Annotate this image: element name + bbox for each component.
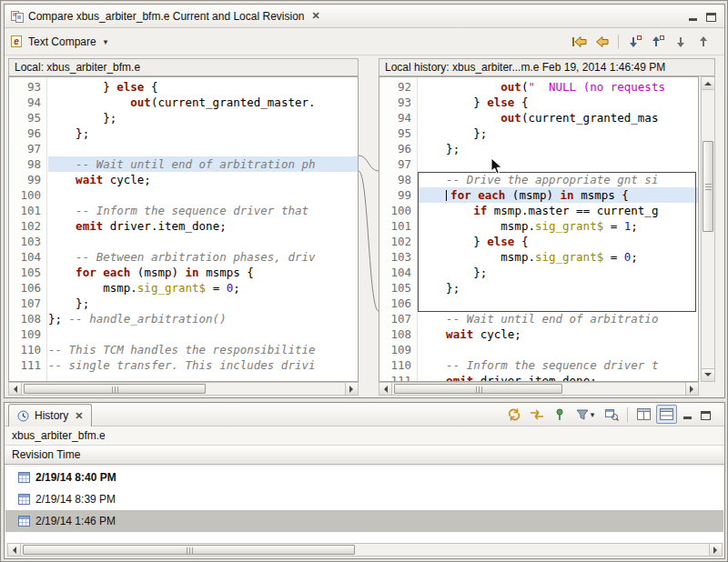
previous-difference-button[interactable]	[647, 32, 668, 51]
code-line[interactable]: } else {	[419, 234, 698, 249]
code-line[interactable]: msmp.sig_grant$ = 0;	[419, 249, 698, 265]
code-line[interactable]: wait cycle;	[419, 326, 698, 342]
code-line[interactable]: -- This TCM handles the responsibilitie	[48, 342, 358, 357]
scroll-right-button[interactable]	[709, 544, 722, 556]
chevron-down-icon[interactable]: ▾	[591, 410, 595, 419]
line-number: 110	[9, 342, 41, 357]
next-difference-button[interactable]	[624, 32, 645, 51]
code-line[interactable]	[419, 342, 698, 357]
code-line[interactable]: wait cycle;	[48, 172, 358, 187]
code-line[interactable]	[419, 156, 698, 172]
scrollbar-thumb[interactable]	[703, 141, 713, 232]
minimize-button[interactable]	[679, 407, 695, 422]
line-number: 111	[9, 357, 41, 373]
history-tab-bar: History ✕ ▾	[5, 403, 724, 427]
code-line[interactable]: };	[48, 110, 358, 125]
scroll-up-button[interactable]	[702, 77, 714, 90]
copy-all-right-to-left-button[interactable]	[569, 32, 590, 51]
compare-editor-view: Compare xbus_arbiter_bfm.e Current and L…	[4, 4, 725, 398]
code-line[interactable]: out(" NULL (no requests	[419, 79, 698, 95]
left-horizontal-scrollbar[interactable]	[8, 382, 359, 396]
column-header-revision-time[interactable]: Revision Time	[5, 446, 724, 465]
code-line[interactable]: };	[419, 125, 698, 141]
revision-row[interactable]: 2/19/14 8:40 PM	[5, 467, 723, 488]
scrollbar-thumb[interactable]	[24, 384, 206, 394]
line-number: 93	[9, 79, 41, 95]
right-horizontal-scrollbar[interactable]	[379, 382, 699, 396]
previous-change-button[interactable]	[693, 32, 713, 51]
scrollbar-thumb[interactable]	[23, 545, 355, 555]
code-line[interactable]	[48, 326, 358, 342]
compare-tab-bar: Compare xbus_arbiter_bfm.e Current and L…	[5, 5, 724, 28]
code-line[interactable]: };	[419, 141, 698, 156]
line-number: 103	[9, 234, 41, 249]
code-line[interactable]	[419, 296, 698, 311]
maximize-button[interactable]	[703, 9, 719, 24]
scroll-left-button[interactable]	[8, 544, 21, 556]
pin-view-button[interactable]	[549, 405, 570, 424]
revision-row[interactable]: 2/19/14 8:39 PM	[5, 488, 723, 510]
code-line[interactable]	[48, 187, 358, 203]
code-line[interactable]: };	[419, 280, 698, 296]
code-line[interactable]: msmp.sig_grant$ = 0;	[48, 280, 358, 296]
scroll-left-button[interactable]	[9, 383, 22, 395]
vertical-layout-button[interactable]	[633, 405, 654, 424]
code-line[interactable]: emit driver.item_done;	[48, 218, 358, 234]
code-area[interactable]: } else { out(current_granted_master. }; …	[48, 77, 358, 381]
compare-mode-button[interactable]	[601, 405, 622, 424]
maximize-button[interactable]	[697, 407, 713, 422]
link-with-editor-button[interactable]	[526, 405, 547, 424]
code-line[interactable]: -- Inform the sequence driver that	[48, 203, 358, 218]
code-line[interactable]: for each (msmp) in msmps {	[419, 187, 698, 203]
scroll-right-button[interactable]	[345, 383, 358, 395]
code-line[interactable]	[48, 141, 358, 156]
code-line[interactable]: emit driver.item_done;	[419, 373, 698, 381]
history-horizontal-scrollbar[interactable]	[7, 543, 723, 557]
compare-tab-title[interactable]: Compare xbus_arbiter_bfm.e Current and L…	[28, 10, 305, 23]
line-number: 102	[379, 234, 411, 249]
code-line[interactable]: -- Wait until end of arbitratio	[419, 311, 698, 326]
code-line[interactable]: } else {	[419, 95, 698, 110]
chevron-down-icon[interactable]: ▾	[104, 37, 108, 46]
code-line[interactable]: -- Between arbitration phases, driv	[48, 249, 358, 265]
code-line[interactable]: };	[48, 125, 358, 141]
scroll-down-button[interactable]	[702, 368, 714, 381]
code-line[interactable]: -- Drive the appropriate gnt si	[419, 172, 698, 187]
right-code-pane[interactable]: 9293949596979899100101102103104105106107…	[379, 76, 699, 382]
compare-tab-close-icon[interactable]: ✕	[312, 10, 320, 22]
code-line[interactable]: };	[48, 296, 358, 311]
copy-current-right-to-left-button[interactable]	[592, 32, 612, 51]
vertical-scrollbar[interactable]	[701, 76, 715, 382]
refresh-button[interactable]	[503, 405, 524, 424]
line-number: 108	[379, 326, 411, 342]
revision-list[interactable]: 2/19/14 8:40 PM2/19/14 8:39 PM2/19/14 1:…	[5, 467, 723, 543]
revision-time: 2/19/14 1:46 PM	[35, 515, 116, 527]
horizontal-layout-button[interactable]	[656, 405, 677, 424]
tab-history[interactable]: History ✕	[8, 404, 92, 427]
code-line[interactable]: -- Inform the sequence driver t	[419, 357, 698, 373]
minimize-button[interactable]	[684, 9, 701, 24]
scroll-right-button[interactable]	[685, 383, 698, 395]
code-line[interactable]: } else {	[48, 79, 358, 95]
left-pane-header: Local: xbus_arbiter_bfm.e	[8, 58, 359, 76]
code-line[interactable]: };	[419, 265, 698, 280]
group-revisions-button[interactable]: ▾	[571, 405, 599, 424]
code-line[interactable]: msmp.sig_grant$ = 1;	[419, 218, 698, 234]
code-line[interactable]: -- single transfer. This includes drivi	[48, 357, 358, 373]
code-line[interactable]	[48, 234, 358, 249]
code-line[interactable]: for each (msmp) in msmps {	[48, 265, 358, 280]
code-line[interactable]: out(current_granted_master.	[48, 95, 358, 110]
line-number: 92	[379, 79, 411, 95]
revision-row[interactable]: 2/19/14 1:46 PM	[5, 510, 723, 532]
line-number: 98	[9, 156, 41, 172]
next-change-button[interactable]	[670, 32, 691, 51]
left-code-pane[interactable]: 9394959697989910010110210310410510610710…	[8, 76, 359, 382]
code-area[interactable]: out(" NULL (no requests } else { out(cur…	[419, 77, 698, 381]
code-line[interactable]: }; -- handle_arbitration()	[48, 311, 358, 326]
scroll-left-button[interactable]	[379, 383, 392, 395]
history-tab-close-icon[interactable]: ✕	[75, 410, 83, 422]
code-line[interactable]: -- Wait until end of arbitration ph	[48, 156, 358, 172]
code-line[interactable]: if msmp.master == current_g	[419, 203, 698, 218]
scrollbar-thumb[interactable]	[394, 384, 562, 394]
code-line[interactable]: out(current_granted_mas	[419, 110, 698, 125]
